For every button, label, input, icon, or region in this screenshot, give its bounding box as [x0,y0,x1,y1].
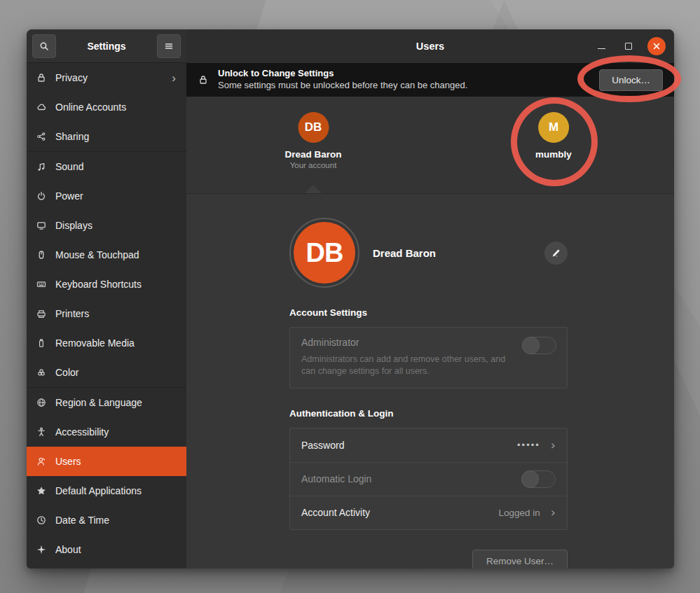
globe-icon [36,397,47,408]
sidebar-item-label: Mouse & Touchpad [55,249,177,260]
sidebar-item-sound[interactable]: Sound [27,152,186,181]
avatar: DB [298,112,329,143]
user-details-panel: DB Dread Baron Account Settings Administ… [186,194,674,568]
sidebar-item-label: Accessibility [55,426,177,438]
authentication-card: Password ••••• › Automatic Login [289,428,568,530]
avatar[interactable]: DB [294,222,355,284]
sidebar-item-label: Displays [55,220,177,231]
close-button[interactable] [647,37,666,55]
chevron-right-icon: › [551,506,556,519]
power-icon [36,190,47,202]
search-icon [39,41,50,52]
headerbar: Users [186,29,674,63]
section-heading-authentication: Authentication & Login [289,408,568,419]
sidebar-item-accessibility[interactable]: Accessibility [27,417,186,447]
account-activity-value: Logged in [498,508,540,518]
flash-drive-icon [36,337,47,349]
profile-name: Dread Baron [373,247,436,259]
hamburger-menu-icon [163,41,174,52]
display-icon [36,220,47,231]
automatic-login-toggle[interactable] [521,470,556,488]
sidebar-item-sharing[interactable]: Sharing [27,122,186,151]
toggle-knob [522,337,540,354]
sparkle-icon [36,544,47,555]
main-panel: Users Unlock to Change Settings Some set… [186,29,674,568]
sidebar-item-region-language[interactable]: Region & Language [27,388,186,417]
sidebar-item-label: Power [55,190,177,202]
chevron-right-icon: › [551,439,556,452]
unlock-banner-subtitle: Some settings must be unlocked before th… [218,80,467,92]
close-icon [652,42,661,50]
printer-icon [36,308,47,319]
sidebar-item-label: Sound [55,161,177,172]
unlock-banner: Unlock to Change Settings Some settings … [186,63,674,97]
unlock-button[interactable]: Unlock… [599,69,663,91]
password-label: Password [301,440,344,451]
user-carousel: DB Dread Baron Your account M mumbly [186,97,674,194]
sidebar-item-label: Printers [55,308,177,319]
color-icon [36,367,47,378]
account-activity-label: Account Activity [301,507,370,518]
sidebar-item-label: Online Accounts [55,102,177,113]
unlock-banner-text: Unlock to Change Settings Some settings … [218,68,467,92]
minimize-icon [598,48,605,49]
password-row[interactable]: Password ••••• › [290,428,567,462]
sidebar-item-label: Removable Media [55,337,177,349]
avatar-ring: DB [289,218,359,288]
music-note-icon [36,161,47,172]
search-button[interactable] [32,34,56,58]
sidebar-item-color[interactable]: Color [27,358,186,387]
sidebar-item-keyboard-shortcuts[interactable]: Keyboard Shortcuts [27,270,186,299]
chevron-right-icon: › [172,72,177,84]
sidebar-item-displays[interactable]: Displays [27,211,186,240]
section-heading-account-settings: Account Settings [289,307,568,318]
share-icon [36,131,47,142]
sidebar-item-users[interactable]: Users [27,447,186,476]
carousel-user-dread-baron[interactable]: DB Dread Baron Your account [284,112,341,169]
maximize-button[interactable] [620,38,637,55]
automatic-login-label: Automatic Login [301,473,371,484]
accessibility-icon [36,426,47,438]
sidebar-nav: Privacy › Online Accounts Sharing Sound [27,63,186,568]
sidebar-item-label: Default Applications [55,485,177,496]
sidebar-item-mouse-touchpad[interactable]: Mouse & Touchpad [27,240,186,270]
settings-window: Settings Privacy › Online Accounts [27,29,674,568]
sidebar-item-label: Users [55,456,177,467]
sidebar-item-printers[interactable]: Printers [27,299,186,328]
window-controls [593,29,666,63]
selected-user-pointer [305,185,322,193]
page-title: Users [416,41,444,52]
users-icon [36,456,47,467]
lock-icon [36,72,47,83]
account-activity-row[interactable]: Account Activity Logged in › [290,496,567,529]
maximize-icon [625,43,632,50]
user-subtitle: Your account [284,161,341,169]
administrator-label: Administrator [301,337,556,348]
sidebar-item-about[interactable]: About [27,535,186,564]
cloud-icon [36,102,47,113]
edit-name-button[interactable] [544,242,568,265]
minimize-button[interactable] [593,38,610,55]
carousel-user-mumbly[interactable]: M mumbly [535,112,572,160]
sidebar-item-label: About [55,544,177,555]
sidebar-item-online-accounts[interactable]: Online Accounts [27,92,186,122]
toggle-knob [521,470,539,488]
unlock-banner-title: Unlock to Change Settings [218,68,467,80]
sidebar-item-label: Color [55,367,177,378]
sidebar-item-date-time[interactable]: Date & Time [27,505,186,535]
administrator-card: Administrator Administrators can add and… [289,327,568,389]
sidebar-item-removable-media[interactable]: Removable Media [27,328,186,358]
sidebar-item-default-applications[interactable]: Default Applications [27,476,186,505]
sidebar-item-power[interactable]: Power [27,181,186,211]
remove-user-button[interactable]: Remove User… [472,550,568,568]
sidebar-item-label: Keyboard Shortcuts [55,279,177,290]
star-icon [36,485,47,496]
menu-button[interactable] [157,34,181,58]
sidebar-item-privacy[interactable]: Privacy › [27,63,186,92]
administrator-toggle[interactable] [522,337,556,354]
mouse-icon [36,249,47,260]
sidebar-item-label: Date & Time [55,515,177,526]
sidebar-header: Settings [27,29,186,63]
profile-row: DB Dread Baron [289,218,568,288]
sidebar: Settings Privacy › Online Accounts [27,29,186,568]
